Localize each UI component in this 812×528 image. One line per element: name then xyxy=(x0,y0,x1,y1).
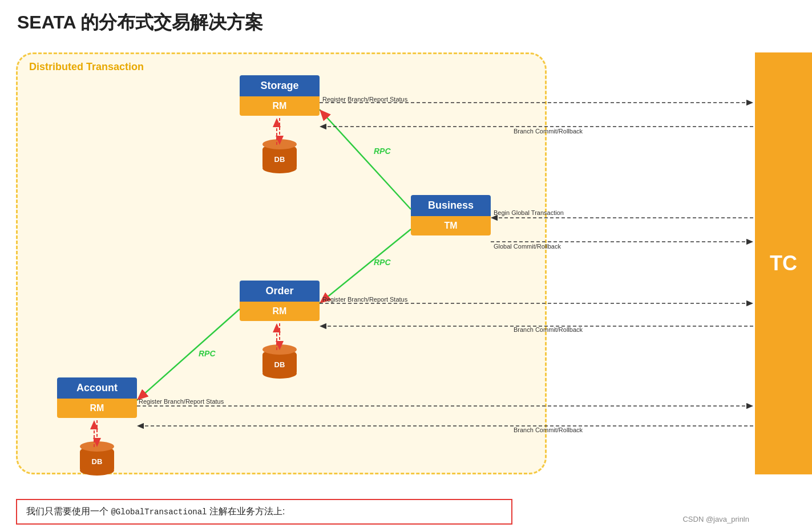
order-service-box: Order RM xyxy=(240,281,320,321)
global-commit-label: Global Commit/Rollback xyxy=(494,243,561,250)
tc-box: TC xyxy=(755,52,812,474)
storage-db: DB xyxy=(262,144,297,172)
account-name: Account xyxy=(57,377,137,399)
storage-branch-commit-label: Branch Commit/Rollback xyxy=(514,128,583,135)
storage-service-box: Storage RM xyxy=(240,75,320,116)
order-db: DB xyxy=(262,349,297,377)
order-register-label: Register Branch/Report Status xyxy=(322,296,407,303)
storage-role: RM xyxy=(240,96,320,116)
note-code: @GlobalTransactional xyxy=(111,507,207,517)
storage-db-label: DB xyxy=(274,155,285,164)
order-db-label: DB xyxy=(274,360,285,369)
account-db-label: DB xyxy=(92,457,103,466)
diagram-area: Distributed Transaction TC Storage RM Bu… xyxy=(0,41,812,528)
note-box: 我们只需要使用一个 @GlobalTransactional 注解在业务方法上: xyxy=(16,499,512,525)
order-branch-commit-label: Branch Commit/Rollback xyxy=(514,326,583,333)
page-title: SEATA 的分布式交易解决方案 xyxy=(0,0,812,41)
business-service-box: Business TM xyxy=(411,195,491,235)
business-name: Business xyxy=(411,195,491,216)
storage-register-label: Register Branch/Report Status xyxy=(322,96,407,103)
order-name: Order xyxy=(240,281,320,302)
account-service-box: Account RM xyxy=(57,377,137,418)
rpc-label-storage: RPC xyxy=(374,147,391,156)
rpc-label-order: RPC xyxy=(374,258,391,267)
note-prefix: 我们只需要使用一个 xyxy=(26,506,111,516)
order-role: RM xyxy=(240,302,320,321)
account-branch-commit-label: Branch Commit/Rollback xyxy=(514,427,583,433)
dist-transaction-label: Distributed Transaction xyxy=(29,61,144,73)
tc-label: TC xyxy=(770,251,797,275)
account-register-label: Register Branch/Report Status xyxy=(139,398,224,405)
account-db: DB xyxy=(80,446,114,474)
note-suffix: 注解在业务方法上: xyxy=(207,506,285,516)
begin-global-label: Begin Global Transaction xyxy=(494,209,564,216)
storage-name: Storage xyxy=(240,75,320,96)
rpc-label-account: RPC xyxy=(199,349,216,358)
csdn-label: CSDN @java_prinln xyxy=(682,515,749,523)
business-role: TM xyxy=(411,216,491,235)
account-role: RM xyxy=(57,399,137,418)
